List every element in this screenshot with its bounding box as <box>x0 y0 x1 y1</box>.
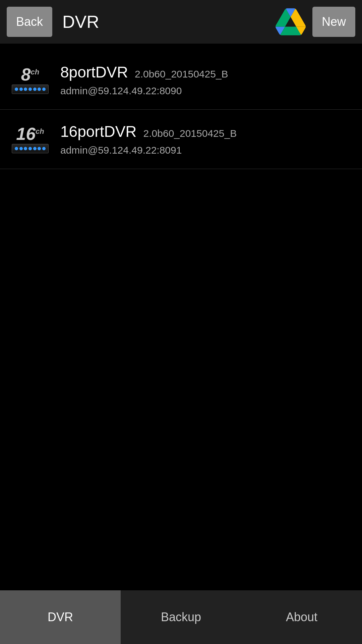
dvr-icon-dot <box>33 88 37 91</box>
dvr-info: 8portDVR 2.0b60_20150425_B admin@59.124.… <box>60 63 352 97</box>
tab-backup[interactable]: Backup <box>121 590 241 644</box>
dvr-icon-8port: 8ch <box>10 60 50 100</box>
dvr-icon-dot <box>33 147 37 150</box>
dvr-icon-dot <box>15 147 18 150</box>
google-drive-icon[interactable] <box>276 7 306 37</box>
dvr-icon-dot <box>28 147 32 150</box>
dvr-icon-dot <box>15 88 18 91</box>
dvr-list-item[interactable]: 8ch 8portDVR 2.0b60_20150425_B admin@59.… <box>0 50 362 110</box>
bottom-navigation: DVR Backup About <box>0 590 362 644</box>
dvr-icon-dot <box>42 147 46 150</box>
dvr-name-row: 8portDVR 2.0b60_20150425_B <box>60 63 352 81</box>
tab-about[interactable]: About <box>241 590 362 644</box>
dvr-name-row: 16portDVR 2.0b60_20150425_B <box>60 122 352 141</box>
dvr-channel-number: 8ch <box>21 66 40 83</box>
dvr-icon-dot <box>38 88 41 91</box>
dvr-icon-bar <box>12 144 49 153</box>
dvr-list-item[interactable]: 16ch 16portDVR 2.0b60_20150425_B admin@5… <box>0 110 362 169</box>
dvr-name: 8portDVR <box>60 63 128 81</box>
header: Back DVR New <box>0 0 362 44</box>
dvr-channel-number: 16ch <box>16 125 44 143</box>
dvr-name: 16portDVR <box>60 122 137 141</box>
dvr-icon-bar <box>12 85 49 94</box>
dvr-list: 8ch 8portDVR 2.0b60_20150425_B admin@59.… <box>0 50 362 169</box>
dvr-address: admin@59.124.49.22:8091 <box>60 145 352 156</box>
dvr-version: 2.0b60_20150425_B <box>143 128 237 139</box>
dvr-icon-dot <box>19 147 23 150</box>
dvr-address: admin@59.124.49.22:8090 <box>60 85 352 97</box>
dvr-icon-16port: 16ch <box>10 119 50 159</box>
page-title: DVR <box>62 12 276 32</box>
dvr-icon-dot <box>28 88 32 91</box>
dvr-icon-dot <box>24 88 27 91</box>
back-button[interactable]: Back <box>7 7 52 37</box>
dvr-icon-dot <box>38 147 41 150</box>
dvr-icon-dot <box>42 88 46 91</box>
tab-dvr[interactable]: DVR <box>0 590 121 644</box>
new-button[interactable]: New <box>312 7 355 37</box>
dvr-icon-dot <box>24 147 27 150</box>
dvr-icon-dot <box>19 88 23 91</box>
dvr-info: 16portDVR 2.0b60_20150425_B admin@59.124… <box>60 122 352 156</box>
dvr-version: 2.0b60_20150425_B <box>135 68 228 80</box>
